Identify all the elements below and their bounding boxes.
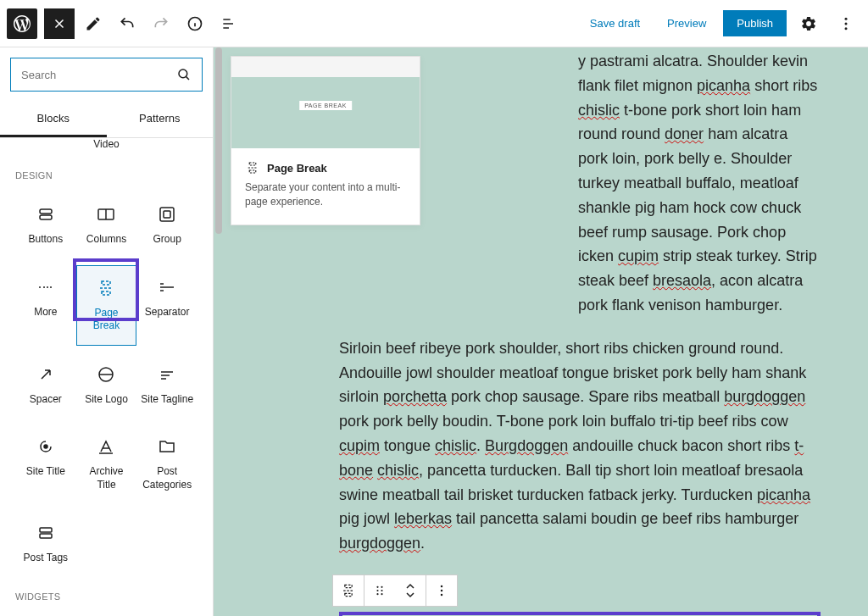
block-type-button[interactable]: [333, 575, 364, 606]
search-box[interactable]: [10, 58, 203, 92]
toolbar-left: [7, 8, 244, 39]
search-icon: [176, 67, 192, 82]
block-item-group[interactable]: Group: [136, 192, 198, 258]
spacer-icon: [36, 364, 56, 385]
page-break-icon: [245, 160, 260, 175]
close-inserter-button[interactable]: [44, 8, 75, 39]
site-tagline-icon: [157, 364, 177, 385]
separator-icon: [157, 277, 177, 297]
block-item-more[interactable]: More: [15, 265, 76, 346]
block-item-video[interactable]: Video: [15, 138, 198, 155]
svg-point-17: [381, 586, 382, 588]
block-item-buttons[interactable]: Buttons: [15, 192, 76, 258]
svg-point-21: [381, 593, 382, 595]
svg-point-18: [376, 590, 378, 591]
svg-point-20: [376, 593, 378, 595]
block-item-columns[interactable]: Columns: [76, 192, 137, 258]
block-item-spacer[interactable]: Spacer: [15, 352, 76, 419]
svg-point-19: [381, 590, 382, 591]
page-break-icon: [96, 278, 116, 298]
block-item-post-categories[interactable]: Post Categories: [136, 425, 198, 503]
more-options-icon[interactable]: [831, 8, 861, 39]
more-icon: [36, 277, 56, 297]
block-item-site-tagline[interactable]: Site Tagline: [136, 352, 198, 419]
move-up-down-button[interactable]: [395, 575, 426, 606]
buttons-icon: [36, 204, 56, 225]
section-design-label: DESIGN: [15, 170, 198, 180]
paragraph[interactable]: Sirloin beef ribeye pork shoulder, short…: [339, 336, 821, 556]
edit-icon[interactable]: [78, 8, 108, 39]
tab-patterns[interactable]: Patterns: [107, 102, 214, 137]
drag-handle-icon[interactable]: [364, 575, 395, 606]
svg-point-23: [441, 590, 443, 592]
block-inserter-sidebar: Blocks Patterns Video DESIGN Buttons Col…: [0, 47, 214, 616]
svg-rect-5: [40, 209, 52, 214]
svg-rect-13: [40, 534, 52, 538]
editor-canvas[interactable]: PAGE BREAK Page Break Separate your cont…: [214, 47, 868, 616]
info-icon[interactable]: [180, 8, 210, 39]
svg-rect-12: [40, 528, 52, 532]
block-item-site-title[interactable]: Site Title: [15, 425, 76, 503]
undo-icon[interactable]: [112, 8, 142, 39]
main-area: Blocks Patterns Video DESIGN Buttons Col…: [0, 47, 868, 616]
redo-icon[interactable]: [146, 8, 176, 39]
inserter-tabs: Blocks Patterns: [0, 102, 213, 138]
list-view-icon[interactable]: [214, 8, 244, 39]
svg-point-1: [845, 17, 848, 19]
block-item-site-logo[interactable]: Site Logo: [76, 352, 137, 419]
svg-point-24: [441, 594, 443, 597]
svg-point-22: [441, 585, 443, 588]
svg-point-4: [179, 69, 187, 78]
block-item-post-tags[interactable]: Post Tags: [15, 511, 76, 577]
post-categories-icon: [157, 436, 177, 457]
svg-rect-6: [40, 215, 52, 219]
scrollbar[interactable]: [214, 47, 224, 616]
block-toolbar: [332, 574, 458, 607]
site-logo-icon: [96, 364, 116, 385]
site-title-icon: [36, 436, 56, 457]
preview-button[interactable]: Preview: [657, 10, 716, 36]
tab-blocks[interactable]: Blocks: [0, 102, 107, 137]
block-more-options-icon[interactable]: [426, 575, 457, 606]
publish-button[interactable]: Publish: [723, 10, 787, 36]
save-draft-button[interactable]: Save draft: [580, 10, 650, 36]
svg-point-11: [44, 445, 47, 448]
paragraph[interactable]: y pastrami alcatra. Shoulder kevin flank…: [578, 49, 821, 318]
svg-rect-8: [160, 208, 174, 221]
svg-rect-9: [164, 211, 170, 218]
wordpress-logo[interactable]: [7, 8, 37, 39]
section-widgets-label: WIDGETS: [15, 591, 198, 602]
svg-point-3: [845, 27, 848, 30]
settings-icon[interactable]: [793, 8, 824, 39]
group-icon: [157, 204, 177, 225]
columns-icon: [96, 204, 116, 225]
toolbar-right: Save draft Preview Publish: [580, 8, 861, 39]
svg-point-2: [845, 22, 848, 25]
page-break-block[interactable]: PAGE BREAK: [339, 612, 821, 616]
block-item-separator[interactable]: Separator: [136, 265, 198, 346]
search-input[interactable]: [21, 69, 176, 81]
post-content[interactable]: y pastrami alcatra. Shoulder kevin flank…: [339, 47, 821, 616]
block-item-archive-title[interactable]: Archive Title: [76, 425, 137, 503]
top-toolbar: Save draft Preview Publish: [0, 0, 868, 47]
archive-title-icon: [96, 436, 116, 457]
post-tags-icon: [36, 523, 56, 543]
svg-point-16: [376, 586, 378, 588]
block-item-page-break[interactable]: Page Break: [76, 265, 137, 346]
blocks-panel[interactable]: Video DESIGN Buttons Columns Group More …: [0, 138, 213, 616]
